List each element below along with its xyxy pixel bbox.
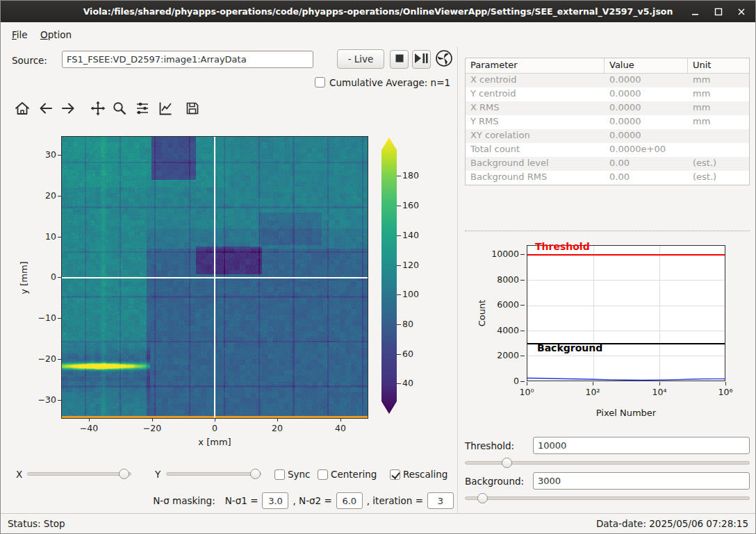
cell-parameter: X centroid: [466, 74, 605, 87]
count-tick: 6000: [488, 299, 519, 310]
masking-label: N-σ masking:: [153, 495, 215, 506]
sigma1-input[interactable]: [262, 492, 288, 509]
cell-value: 0.0000: [605, 87, 688, 101]
colorbar: [381, 137, 397, 414]
table-row: Background RMS0.00(est.): [466, 171, 749, 185]
cell-value: 0.00: [605, 171, 688, 185]
colorbar-tick: 140: [402, 230, 419, 240]
y-position-slider[interactable]: [166, 468, 261, 480]
back-button[interactable]: [37, 101, 55, 119]
slider-track: [27, 472, 131, 476]
cell-unit: [688, 129, 749, 143]
colorbar-tick: 180: [402, 170, 419, 181]
pixel-tick: 10⁴: [644, 387, 675, 397]
column-header-parameter[interactable]: Parameter: [466, 58, 605, 73]
slider-track: [166, 472, 261, 476]
cell-unit: [688, 143, 749, 157]
count-tick: 4000: [488, 325, 519, 335]
menu-option[interactable]: Option: [36, 28, 76, 42]
magnifier-icon: [111, 100, 128, 119]
cell-unit: (est.): [688, 171, 749, 185]
home-button[interactable]: [13, 101, 31, 119]
background-input[interactable]: [533, 472, 750, 490]
threshold-slider[interactable]: [465, 457, 750, 469]
background-label: Background:: [465, 476, 524, 487]
cell-value: 0.0000: [605, 115, 688, 129]
colorbar-tick: 120: [402, 260, 419, 270]
cell-parameter: X RMS: [466, 101, 605, 115]
live-button[interactable]: - Live: [337, 49, 384, 69]
colorbar-tick: 40: [402, 378, 413, 388]
statusbar: Status: Stop Data-date: 2025/05/06 07:28…: [1, 513, 755, 533]
window-title: Viola:/files/shared/phyapps-operations/c…: [83, 6, 673, 17]
sigma2-input[interactable]: [336, 492, 363, 509]
cell-value: 0.0000: [605, 101, 688, 115]
colorbar-tick: 160: [402, 200, 419, 210]
slider-thumb[interactable]: [250, 469, 261, 479]
centering-checkbox[interactable]: [318, 469, 328, 480]
table-row: Y centroid0.0000mm: [466, 87, 749, 101]
cell-unit: mm: [688, 87, 749, 101]
x-position-slider[interactable]: [27, 468, 131, 480]
stop-button[interactable]: [390, 50, 409, 69]
y-tick: −10: [26, 312, 56, 323]
app-window: Viola:/files/shared/phyapps-operations/c…: [0, 0, 756, 534]
slider-thumb[interactable]: [502, 458, 512, 468]
table-row: XY corelation0.0000: [466, 129, 749, 143]
arrow-left-icon: [38, 100, 54, 119]
cumulative-average-label: Cumulative Average: n=1: [329, 77, 450, 88]
column-header-unit[interactable]: Unit: [688, 58, 749, 73]
menu-file[interactable]: File: [8, 28, 32, 42]
source-input[interactable]: [62, 51, 313, 68]
save-button[interactable]: [183, 101, 202, 119]
column-header-value[interactable]: Value: [605, 58, 688, 73]
arrow-right-icon: [60, 100, 76, 119]
y-tick: 0: [26, 272, 56, 282]
cell-parameter: Background RMS: [466, 171, 605, 185]
play-pause-button[interactable]: [412, 50, 431, 69]
count-plot[interactable]: [527, 245, 725, 381]
table-separator: [465, 231, 750, 231]
pixel-count-line: [527, 246, 725, 381]
processing-wheel-button[interactable]: [434, 50, 454, 69]
table-row: Y RMS0.0000mm: [466, 115, 749, 129]
configure-subplots-button[interactable]: [133, 101, 151, 119]
cell-parameter: Y RMS: [466, 115, 605, 129]
table-row: X centroid0.0000mm: [466, 74, 749, 87]
plot-options-button[interactable]: [156, 101, 174, 119]
pan-button[interactable]: [89, 101, 107, 119]
cell-parameter: Y centroid: [466, 87, 605, 101]
zoom-button[interactable]: [110, 101, 129, 119]
background-slider[interactable]: [465, 492, 750, 504]
status-text: Status: Stop: [8, 518, 65, 529]
background-annotation: Background: [537, 342, 602, 353]
cumulative-average-checkbox[interactable]: [315, 77, 325, 87]
cell-parameter: Total count: [466, 143, 605, 157]
titlebar[interactable]: Viola:/files/shared/phyapps-operations/c…: [1, 1, 755, 22]
cell-value: 0.0000: [605, 74, 688, 87]
slider-thumb[interactable]: [477, 493, 488, 503]
count-axis-label: Count: [477, 300, 487, 327]
table-row: Background level0.00(est.): [466, 157, 749, 171]
beam-image[interactable]: [62, 137, 368, 418]
processing-wheel-icon: [435, 49, 453, 70]
close-button[interactable]: [734, 5, 748, 19]
threshold-label: Threshold:: [465, 440, 514, 451]
iteration-input[interactable]: [427, 492, 454, 509]
centering-label: Centering: [331, 469, 377, 480]
threshold-input[interactable]: [533, 437, 750, 454]
beam-image-frame: [61, 136, 368, 419]
maximize-button[interactable]: [712, 5, 725, 19]
x-tick: −40: [74, 423, 104, 433]
slider-thumb[interactable]: [119, 469, 129, 479]
cell-unit: (est.): [688, 157, 749, 171]
sync-checkbox[interactable]: [274, 469, 285, 480]
panel-splitter[interactable]: [457, 47, 458, 513]
sigma1-label: N-σ1 =: [225, 495, 258, 506]
table-body: X centroid0.0000mm Y centroid0.0000mm X …: [466, 74, 749, 185]
rescaling-checkbox[interactable]: [390, 469, 400, 480]
y-slider-label: Y: [155, 469, 161, 480]
forward-button[interactable]: [59, 101, 77, 119]
minimize-button[interactable]: [689, 5, 702, 19]
rescaling-label: Rescaling: [403, 469, 447, 480]
